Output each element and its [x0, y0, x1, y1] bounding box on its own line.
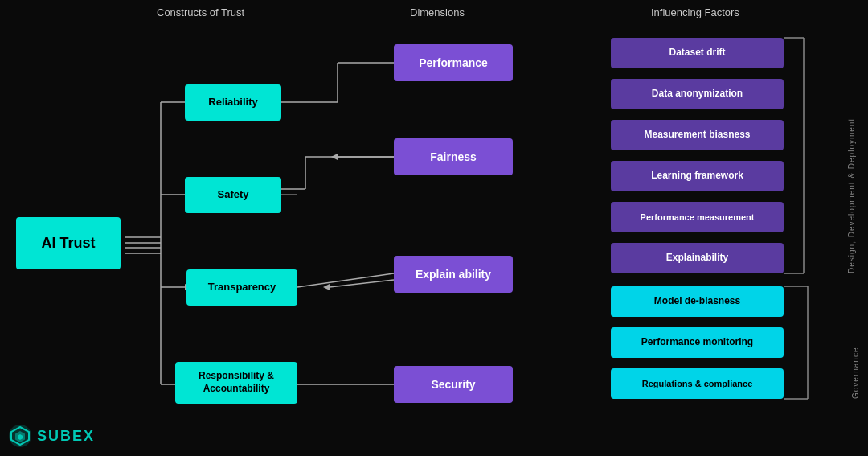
governance-label: Governance — [851, 286, 860, 399]
reliability-box: Reliability — [185, 84, 281, 121]
safety-box: Safety — [185, 177, 281, 213]
logo: SUBEX — [8, 424, 95, 448]
transparency-box: Transparency — [186, 269, 297, 306]
security-box: Security — [394, 366, 513, 403]
design-deployment-label: Design, Development & Deployment — [847, 38, 856, 273]
logo-text: SUBEX — [37, 428, 95, 445]
svg-marker-29 — [323, 284, 330, 290]
ai-trust-box: AI Trust — [16, 217, 121, 269]
data-anonymization-box: Data anonymization — [611, 79, 784, 109]
performance-monitoring-box: Performance monitoring — [611, 327, 784, 358]
influencing-header: Influencing Factors — [651, 6, 739, 18]
dataset-drift-box: Dataset drift — [611, 38, 784, 68]
learning-framework-box: Learning framework — [611, 161, 784, 191]
fairness-box: Fairness — [394, 138, 513, 175]
measurement-biasness-box: Measurement biasness — [611, 120, 784, 150]
constructs-header: Constructs of Trust — [157, 6, 244, 18]
explainability-box: Explain ability — [394, 256, 513, 293]
svg-marker-23 — [331, 154, 338, 160]
model-de-biasness-box: Model de-biasness — [611, 286, 784, 317]
dimensions-header: Dimensions — [410, 6, 465, 18]
svg-line-26 — [297, 273, 394, 287]
regulations-compliance-box: Regulations & compliance — [611, 368, 784, 399]
performance-box: Performance — [394, 44, 513, 81]
performance-measurement-box: Performance measurement — [611, 202, 784, 232]
responsibility-box: Responsibility & Accountability — [175, 362, 297, 404]
explainability-if-box: Explainability — [611, 243, 784, 273]
subex-logo-icon — [8, 424, 32, 448]
svg-line-28 — [330, 280, 394, 287]
diagram: Constructs of Trust Dimensions Influenci… — [0, 0, 868, 456]
